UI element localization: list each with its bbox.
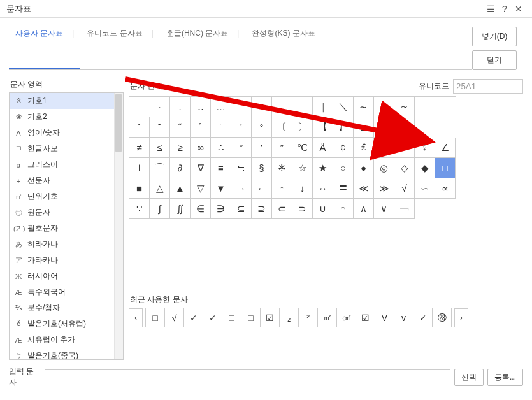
char-cell[interactable]: ⊥ (129, 158, 150, 178)
char-cell[interactable]: ° (231, 138, 252, 158)
recent-cell[interactable]: ✓ (184, 308, 203, 327)
char-cell[interactable]: 〕 (292, 117, 313, 138)
char-cell[interactable]: · (150, 97, 170, 117)
category-item[interactable]: A영어/숫자 (10, 125, 123, 141)
char-cell[interactable]: 〃 (252, 97, 272, 117)
char-cell[interactable]: ˘ (150, 117, 170, 138)
recent-cell[interactable]: ✓ (413, 308, 433, 327)
char-cell[interactable]: ― (292, 97, 313, 117)
char-cell[interactable]: ∋ (211, 199, 231, 219)
char-cell[interactable]: ⊇ (252, 199, 272, 219)
char-cell[interactable]: 】 (333, 117, 354, 138)
char-cell[interactable]: ← (252, 178, 272, 199)
category-item[interactable]: ǒ발음기호(서유럽) (10, 316, 123, 332)
category-item[interactable]: ※기호1 (10, 93, 123, 109)
char-cell[interactable]: ⊂ (272, 199, 292, 219)
char-cell[interactable]: ≠ (129, 138, 150, 158)
category-item[interactable]: Æ서유럽어 추가 (10, 332, 123, 348)
char-cell[interactable]: ↑ (272, 178, 292, 199)
select-button[interactable]: 선택 (454, 369, 484, 386)
char-cell[interactable]: ≡ (211, 158, 231, 178)
char-cell[interactable]: ℃ (292, 138, 313, 158)
char-cell[interactable]: ˙ (211, 117, 231, 138)
category-item[interactable]: ア가타카나 (10, 252, 123, 268)
recent-cell[interactable]: V (375, 308, 394, 327)
char-cell[interactable]: 【 (313, 117, 333, 138)
recent-cell[interactable]: √ (165, 308, 184, 327)
char-cell[interactable]: ∈ (191, 199, 211, 219)
scrollbar[interactable] (114, 93, 123, 359)
char-cell[interactable]: ∠ (435, 138, 456, 158)
char-cell[interactable]: √ (394, 178, 415, 199)
char-cell[interactable]: ◆ (415, 158, 435, 178)
recent-cell[interactable]: ㉘ (433, 308, 452, 327)
char-cell[interactable]: ￡ (354, 138, 374, 158)
tab-2[interactable]: 훈글(HNC) 문자표 (160, 23, 245, 69)
category-item[interactable]: ㎡단위기호 (10, 189, 123, 204)
char-cell[interactable]: ∞ (191, 138, 211, 158)
char-cell[interactable]: ≥ (170, 138, 191, 158)
category-item[interactable]: +선문자 (10, 173, 123, 189)
char-cell[interactable]: ⌒ (150, 158, 170, 178)
char-cell[interactable]: □ (435, 158, 456, 178)
char-cell[interactable]: ◇ (394, 158, 415, 178)
char-cell[interactable]: ￢ (394, 199, 415, 219)
recent-cell[interactable]: □ (241, 308, 261, 327)
char-cell[interactable]: ″ (272, 138, 292, 158)
tab-3[interactable]: 완성형(KS) 문자표 (245, 23, 321, 69)
char-cell[interactable]: ☆ (292, 158, 313, 178)
category-item[interactable]: α그리스어 (10, 157, 123, 173)
char-cell[interactable]: ˚ (191, 117, 211, 138)
char-cell[interactable]: ∩ (333, 199, 354, 219)
char-cell[interactable]: 〔 (272, 117, 292, 138)
category-item[interactable]: ㄅ발음기호(중국) (10, 348, 123, 360)
input-field[interactable] (45, 369, 450, 385)
char-cell[interactable]: . (170, 97, 191, 117)
char-cell[interactable]: ▲ (170, 178, 191, 199)
char-cell[interactable]: § (252, 158, 272, 178)
scrollbar-thumb[interactable] (115, 94, 122, 152)
char-cell[interactable]: ˇ (129, 117, 150, 138)
char-cell[interactable]: ∧ (354, 199, 374, 219)
close-icon[interactable]: ✕ (512, 4, 526, 14)
char-cell[interactable]: ＼ (333, 97, 354, 117)
char-cell[interactable]: ‛ (231, 117, 252, 138)
recent-prev[interactable]: ‹ (129, 308, 143, 327)
char-cell[interactable]: ′ (252, 138, 272, 158)
char-cell[interactable]: ≤ (150, 138, 170, 158)
char-cell[interactable]: ※ (272, 158, 292, 178)
menu-icon[interactable]: ☰ (484, 4, 498, 14)
char-cell[interactable]: ° (252, 117, 272, 138)
char-cell[interactable]: ○ (333, 158, 354, 178)
char-cell[interactable]: ∪ (313, 199, 333, 219)
char-cell[interactable]: × (374, 117, 394, 138)
recent-cell[interactable]: ☑ (261, 308, 280, 327)
char-cell[interactable]: ～ (394, 97, 415, 117)
insert-button[interactable]: 넣기(D) (472, 27, 517, 46)
char-cell[interactable]: ≒ (231, 158, 252, 178)
recent-cell[interactable]: ² (299, 308, 318, 327)
char-cell[interactable]: ¨ (231, 97, 252, 117)
char-cell[interactable]: ∴ (211, 138, 231, 158)
char-cell[interactable]: ∵ (129, 199, 150, 219)
char-cell[interactable]: ∽ (415, 178, 435, 199)
category-item[interactable]: あ히라가나 (10, 236, 123, 252)
char-cell[interactable]: ­ (272, 97, 292, 117)
char-cell[interactable]: ∫ (150, 199, 170, 219)
char-cell[interactable]: ◎ (374, 158, 394, 178)
recent-cell[interactable]: □ (222, 308, 241, 327)
char-cell[interactable]: ± (354, 117, 374, 138)
char-cell[interactable]: ■ (129, 178, 150, 199)
char-cell[interactable]: Å (313, 138, 333, 158)
char-cell[interactable]: ⊃ (292, 199, 313, 219)
register-button[interactable]: 등록... (487, 369, 523, 386)
category-item[interactable]: Æ특수외국어 (10, 284, 123, 300)
char-cell[interactable]: ￥ (374, 138, 394, 158)
recent-cell[interactable]: ₂ (280, 308, 299, 327)
char-cell[interactable]: ∝ (435, 178, 456, 199)
tab-0[interactable]: 사용자 문자표 (9, 23, 80, 69)
char-cell[interactable]: ∼ (354, 97, 374, 117)
char-cell[interactable]: → (231, 178, 252, 199)
char-cell[interactable]: ∇ (191, 158, 211, 178)
char-cell[interactable]: ´ (374, 97, 394, 117)
